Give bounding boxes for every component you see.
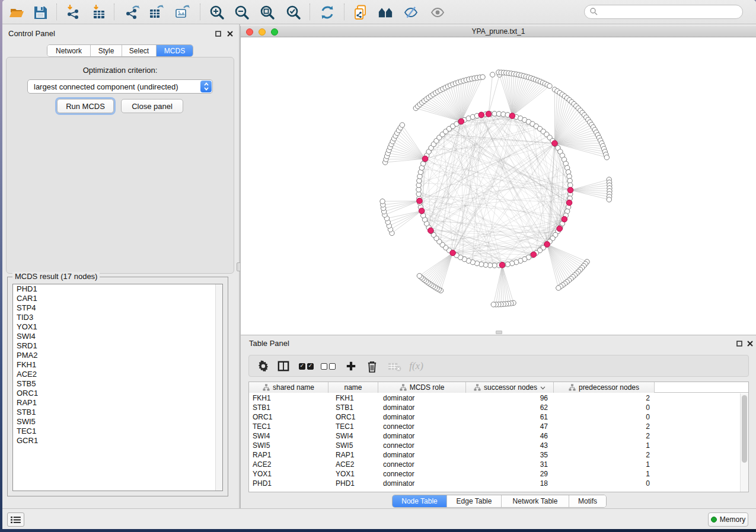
task-history-button[interactable] [7,512,24,527]
column-header-shared-name[interactable]: shared name [249,382,328,393]
table-scrollbar-thumb[interactable] [742,395,747,463]
mcds-result-item[interactable]: PMA2 [13,351,222,360]
toolbar-separator [310,4,310,20]
table-settings-icon[interactable] [255,358,272,374]
application-window: Control Panel Network Style Select MCDS … [2,0,756,529]
export-image-icon[interactable] [173,4,191,21]
mcds-result-item[interactable]: RAP1 [13,398,222,408]
close-panel-icon[interactable] [746,339,754,348]
deselect-all-icon[interactable] [320,358,336,374]
control-panel-title: Control Panel [8,29,55,38]
mcds-result-item[interactable]: SRD1 [13,341,222,351]
import-table-icon[interactable] [90,4,108,21]
mcds-result-item[interactable]: TID3 [13,313,222,322]
tree-icon [263,384,270,391]
mcds-result-item[interactable]: YOX1 [13,322,222,332]
table-row[interactable]: RAP1RAP1dominator352 [249,450,740,460]
table-row[interactable]: FKH1FKH1dominator962 [249,393,740,403]
table-row[interactable]: TEC1TEC1connector472 [249,422,740,431]
delete-table-icon [386,358,403,374]
table-panel: Table Panel f(x) [240,335,756,508]
show-details-icon[interactable] [429,4,446,21]
search-input[interactable] [584,5,743,19]
toolbar-separator [114,4,114,20]
mcds-result-item[interactable]: TEC1 [13,427,222,436]
tab-edge-table[interactable]: Edge Table [447,495,502,507]
table-row[interactable]: PHD1PHD1dominator180 [249,479,740,488]
network-window-titlebar[interactable]: YPA_prune.txt_1 [241,26,756,37]
zoom-in-icon[interactable] [208,4,226,21]
close-panel-button[interactable]: Close panel [121,99,183,113]
tab-network-table[interactable]: Network Table [502,495,569,507]
mcds-result-item[interactable]: PHD1 [13,284,222,294]
mcds-result-item[interactable]: STP4 [13,303,222,313]
tab-select[interactable]: Select [122,45,157,56]
tab-style[interactable]: Style [91,45,122,56]
mcds-result-list[interactable]: PHD1 CAR1 STP4 TID3 YOX1 SWI4 SRD1 PMA2 … [12,284,223,491]
export-network-icon[interactable] [123,4,141,21]
tab-node-table[interactable]: Node Table [393,495,447,507]
binoculars-icon[interactable] [377,4,394,21]
mcds-result-item[interactable]: SWI5 [13,417,222,427]
table-row[interactable]: STB1STB1dominator620 [249,403,740,412]
list-icon [11,516,21,524]
network-window: YPA_prune.txt_1 [240,26,756,335]
mcds-result-item[interactable]: CAR1 [13,294,222,303]
window-close-icon[interactable] [246,28,253,36]
column-header-predecessor-nodes[interactable]: predecessor nodes [554,382,655,393]
mcds-result-item[interactable]: ACE2 [13,370,222,379]
tree-icon [569,384,576,391]
optimization-criterion-label: Optimization criterion: [7,66,234,75]
open-session-icon[interactable] [8,4,25,21]
optimization-criterion-select[interactable]: largest connected component (undirected) [27,79,213,94]
memory-button[interactable]: Memory [708,512,748,527]
column-header-mcds-role[interactable]: MCDS role [378,382,466,393]
table-row[interactable]: ACE2ACE2connector311 [249,460,740,469]
column-header-successor-nodes[interactable]: successor nodes [466,382,554,393]
mcds-list-scrollbar[interactable] [215,284,222,491]
network-canvas[interactable] [241,37,756,335]
window-zoom-icon[interactable] [271,28,278,36]
select-all-icon[interactable] [298,358,314,374]
mcds-result-item[interactable]: STB5 [13,379,222,389]
float-panel-icon[interactable] [214,30,222,38]
float-panel-icon[interactable] [735,339,744,348]
save-session-icon[interactable] [31,4,49,21]
toolbar-separator [56,4,57,20]
status-bar: Memory [2,508,756,529]
close-panel-icon[interactable] [226,30,234,38]
mcds-result-item[interactable]: ORC1 [13,389,222,398]
column-header-name[interactable]: name [328,382,378,393]
table-row[interactable]: YOX1YOX1connector291 [249,469,740,479]
tab-network[interactable]: Network [47,45,91,56]
window-minimize-icon[interactable] [259,28,266,36]
zoom-fit-icon[interactable] [259,4,276,21]
refresh-icon[interactable] [318,4,336,21]
export-table-icon[interactable] [147,4,165,21]
run-mcds-button[interactable]: Run MCDS [57,99,114,113]
tab-mcds[interactable]: MCDS [157,45,193,56]
clone-network-icon[interactable] [352,4,369,21]
table-panel-tabs: Node Table Edge Table Network Table Moti… [392,495,607,508]
zoom-out-icon[interactable] [233,4,251,21]
control-panel-tabs: Network Style Select MCDS [47,44,193,57]
node-table: shared name name MCDS role successor nod… [248,382,749,492]
zoom-selected-icon[interactable] [285,4,302,21]
table-scrollbar[interactable] [740,393,748,492]
toggle-column-view-icon[interactable] [275,358,292,374]
table-row[interactable]: SWI5SWI5connector431 [249,441,740,450]
mcds-result-item[interactable]: GCR1 [13,436,222,446]
mcds-result-item[interactable]: FKH1 [13,360,222,370]
delete-column-icon[interactable] [363,358,380,374]
table-row[interactable]: SWI4SWI4dominator462 [249,431,740,441]
mcds-result-legend: MCDS result (17 nodes) [12,272,100,281]
tree-icon [400,384,407,391]
mcds-result-item[interactable]: STB1 [13,408,222,417]
mcds-result-item[interactable]: SWI4 [13,332,222,341]
canvas-splitter-handle[interactable] [496,331,502,334]
import-network-icon[interactable] [64,4,82,21]
add-column-icon[interactable] [343,358,359,374]
hide-details-icon[interactable] [402,4,420,21]
tab-motifs[interactable]: Motifs [569,495,606,507]
table-row[interactable]: ORC1ORC1dominator610 [249,412,740,422]
